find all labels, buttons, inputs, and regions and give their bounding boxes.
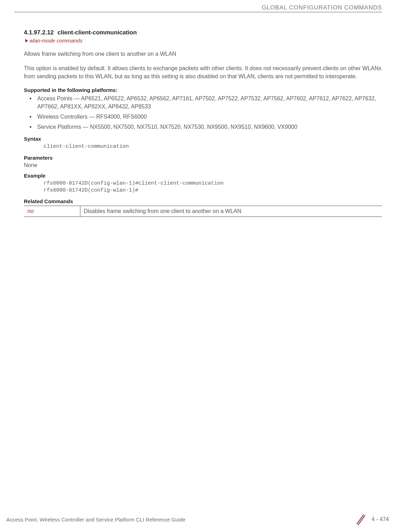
section-name: client-client-communication [58,29,137,36]
page-footer: Access Point, Wireless Controller and Se… [0,513,396,532]
footer-page-block: 4 - 474 [354,513,389,526]
related-command-name[interactable]: no [24,206,80,217]
example-code: rfs6000-81742D(config-wlan-1)#client-cli… [44,180,382,194]
list-item: Wireless Controllers — RFS4000, RFS6000 [37,113,382,121]
syntax-heading: Syntax [24,136,382,142]
breadcrumb[interactable]: wlan-mode commands [25,38,382,44]
page-header: GLOBAL CONFIGURATION COMMANDS [0,0,396,11]
footer-guide-title: Access Point, Wireless Controller and Se… [6,517,354,523]
related-command-desc: Disables frame switching from one client… [80,206,382,217]
section-number: 4.1.97.2.12 [24,29,54,36]
table-row: no Disables frame switching from one cli… [24,206,382,217]
header-category: GLOBAL CONFIGURATION COMMANDS [262,4,382,11]
page-number: 4 - 474 [371,516,389,523]
syntax-code: client-client-communication [44,143,382,150]
list-item: Service Platforms — NX5500, NX7500, NX75… [37,123,382,131]
example-heading: Example [24,173,382,179]
svg-line-0 [357,514,364,524]
description-paragraph: This option is enabled by default. It al… [24,64,382,80]
triangle-right-icon [25,39,28,42]
related-commands-table: no Disables frame switching from one cli… [24,206,382,217]
breadcrumb-text: wlan-mode commands [29,38,82,44]
section-title: 4.1.97.2.12 client-client-communication [24,29,382,36]
intro-paragraph: Allows frame switching from one client t… [24,50,382,58]
related-heading: Related Commands [24,198,382,204]
platform-list: Access Points — AP6521, AP6522, AP6532, … [24,94,382,131]
supported-heading: Supported in the following platforms: [24,87,382,93]
content-area: 4.1.97.2.12 client-client-communication … [0,12,396,513]
parameters-heading: Parameters [24,155,382,161]
list-item: Access Points — AP6521, AP6522, AP6532, … [37,94,382,111]
slash-icon [354,513,367,526]
svg-line-1 [358,515,365,525]
parameters-value: None [24,162,382,168]
